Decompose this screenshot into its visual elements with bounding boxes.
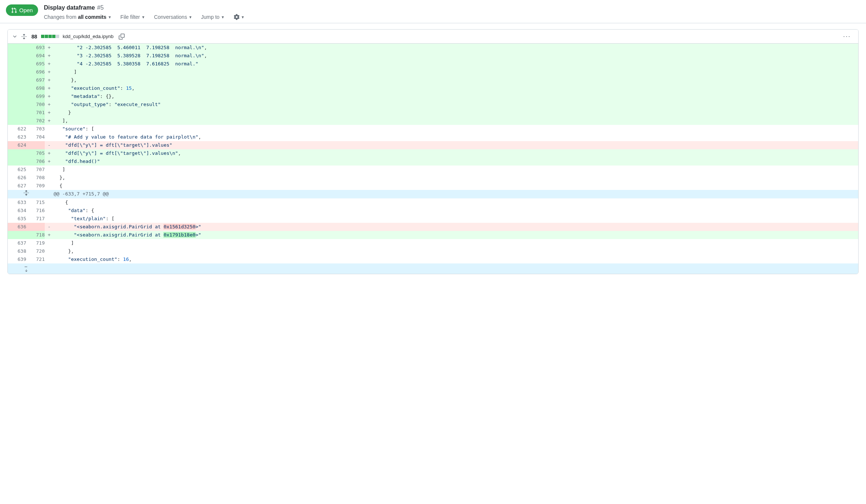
diff-line[interactable]: 694+ "3 -2.302585 5.389528 7.198258 norm… [8,52,858,60]
diff-line[interactable]: 636- "<seaborn.axisgrid.PairGrid at 0x15… [8,223,858,231]
diff-line[interactable]: 706+ "dfd.head()" [8,157,858,166]
old-line-number: 636 [8,223,26,231]
old-line-number: 623 [8,133,26,141]
code-content: ] [54,239,858,247]
code-content: "output_type": "execute_result" [54,101,858,109]
diff-line[interactable]: 696+ ] [8,68,858,76]
caret-down-icon: ▼ [108,15,112,19]
diff-marker: + [45,117,54,125]
new-line-number: 721 [26,255,45,263]
caret-down-icon: ▼ [241,15,245,19]
diff-line[interactable]: 638720 }, [8,247,858,255]
diff-settings-dropdown[interactable]: ▼ [234,14,245,20]
jump-to-dropdown[interactable]: Jump to ▼ [201,14,225,20]
diff-marker [45,255,54,263]
code-content: "3 -2.302585 5.389528 7.198258 normal.\n… [54,52,858,60]
file-path[interactable]: kdd_cup/kdd_eda.ipynb [63,34,114,39]
diff-square-add [52,35,55,38]
chevron-down-icon [12,34,17,39]
hunk-header-row[interactable]: @@ -633,7 +715,7 @@ [8,190,858,198]
diff-line[interactable]: 705+ "dfd[\"y\"] = dft[\"target\"].value… [8,149,858,157]
jump-to-label: Jump to [201,14,220,20]
code-content: "dfd.head()" [54,157,858,166]
diff-marker [45,125,54,133]
file-menu-button[interactable]: ··· [840,33,854,40]
diff-marker: + [45,101,54,109]
diff-line[interactable]: 701+ } [8,109,858,117]
pr-toolbar: Changes from all commits ▼ File filter ▼… [44,14,245,20]
diff-line[interactable]: 693+ "2 -2.302585 5.460011 7.198258 norm… [8,44,858,52]
old-line-number [8,84,26,92]
hunk-label: @@ -633,7 +715,7 @@ [54,190,858,198]
diff-table: 693+ "2 -2.302585 5.460011 7.198258 norm… [8,44,858,274]
code-content: "dfd[\"y\"] = dft[\"target\"].values" [54,141,858,149]
diff-line[interactable]: 718+ "<seaborn.axisgrid.PairGrid at 0x17… [8,231,858,239]
unfold-icon [21,34,27,40]
diff-line[interactable]: 699+ "metadata": {}, [8,92,858,101]
changes-from-dropdown[interactable]: Changes from all commits ▼ [44,14,112,20]
new-line-number: 719 [26,239,45,247]
code-content: "2 -2.302585 5.460011 7.198258 normal.\n… [54,44,858,52]
expand-down-row[interactable]: ⋯ [8,263,858,274]
diff-line[interactable]: 635717 "text/plain": [ [8,215,858,223]
expand-all-icon[interactable] [21,34,27,40]
diff-line[interactable]: 695+ "4 -2.302585 5.380358 7.616825 norm… [8,60,858,68]
code-content: "4 -2.302585 5.380358 7.616825 normal." [54,60,858,68]
new-line-number: 707 [26,166,45,174]
file-filter-label: File filter [121,14,140,20]
file-header: 88 kdd_cup/kdd_eda.ipynb ··· [8,30,858,44]
code-content: }, [54,174,858,182]
gear-icon [234,14,240,20]
new-line-number: 694 [26,52,45,60]
diff-marker: - [45,141,54,149]
diff-marker [45,215,54,223]
diff-line[interactable]: 625707 ] [8,166,858,174]
diff-marker [45,133,54,141]
code-content: }, [54,76,858,84]
old-line-number [8,76,26,84]
file-filter-dropdown[interactable]: File filter ▼ [121,14,145,20]
diff-line[interactable]: 634716 "data": { [8,207,858,215]
diff-square-neutral [56,35,59,38]
code-content: "# Add y value to feature data for pairp… [54,133,858,141]
copy-path-button[interactable] [119,34,125,40]
diff-line[interactable]: 697+ }, [8,76,858,84]
code-content: "<seaborn.axisgrid.PairGrid at 0x1791b18… [54,231,858,239]
code-content: } [54,109,858,117]
code-content: "source": [ [54,125,858,133]
diff-marker [45,174,54,182]
diff-marker [45,198,54,207]
pr-number: #5 [97,4,104,11]
old-line-number [8,68,26,76]
diff-marker [45,182,54,190]
code-content: "execution_count": 16, [54,255,858,263]
conversations-dropdown[interactable]: Conversations ▼ [154,14,192,20]
new-line-number: 708 [26,174,45,182]
diff-line[interactable]: 637719 ] [8,239,858,247]
diff-line[interactable]: 698+ "execution_count": 15, [8,84,858,92]
open-status-badge: Open [6,4,38,16]
diff-line[interactable]: 624- "dfd[\"y\"] = dft[\"target\"].value… [8,141,858,149]
changes-prefix: Changes from [44,14,77,20]
collapse-file-toggle[interactable] [12,34,17,39]
diff-line[interactable]: 702+ ], [8,117,858,125]
diff-line[interactable]: 700+ "output_type": "execute_result" [8,101,858,109]
diff-line[interactable]: 622703 "source": [ [8,125,858,133]
diff-stat-squares [41,35,59,38]
diff-line[interactable]: 639721 "execution_count": 16, [8,255,858,263]
pr-title-row: Display dataframe #5 [44,4,245,11]
old-line-number [8,231,26,239]
diff-line[interactable]: 626708 }, [8,174,858,182]
diff-line[interactable]: 627709 { [8,182,858,190]
new-line-number: 700 [26,101,45,109]
new-line-number: 704 [26,133,45,141]
pr-header: Open Display dataframe #5 Changes from a… [0,0,866,23]
diff-line[interactable]: 633715 { [8,198,858,207]
old-line-number: 626 [8,174,26,182]
diff-marker: + [45,60,54,68]
code-content: { [54,182,858,190]
new-line-number [26,223,45,231]
expand-hunk-button[interactable] [8,190,45,196]
old-line-number: 639 [8,255,26,263]
diff-line[interactable]: 623704 "# Add y value to feature data fo… [8,133,858,141]
